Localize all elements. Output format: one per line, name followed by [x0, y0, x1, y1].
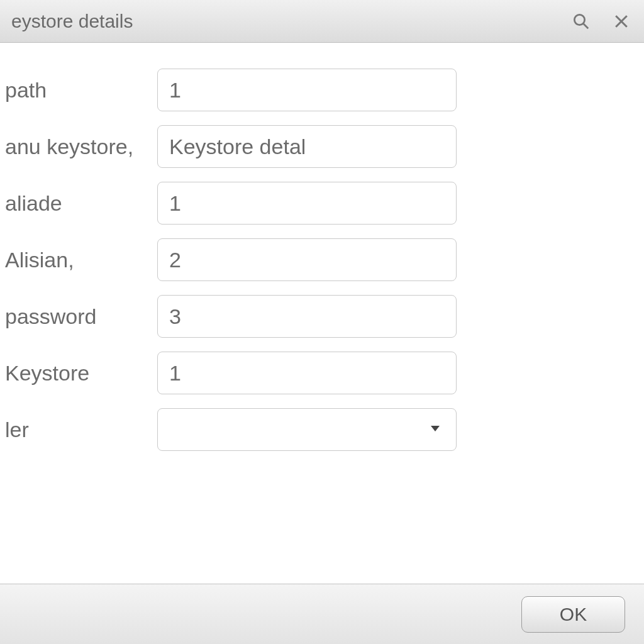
row-aliade: aliade — [0, 175, 644, 231]
input-anu-keystore[interactable] — [157, 125, 457, 168]
form-area: path anu keystore, aliade Alisian, passw… — [0, 43, 644, 458]
row-dropdown: ler — [0, 401, 644, 458]
select-ler[interactable] — [157, 408, 457, 451]
label-aliade: aliade — [0, 191, 157, 216]
input-aliade[interactable] — [157, 182, 457, 225]
row-alisian: Alisian, — [0, 231, 644, 288]
row-path: path — [0, 62, 644, 118]
label-keystore: Keystore — [0, 361, 157, 386]
titlebar-actions — [570, 10, 633, 33]
titlebar: eystore details — [0, 0, 644, 43]
label-password: password — [0, 304, 157, 329]
label-dropdown: ler — [0, 418, 157, 442]
input-alisian[interactable] — [157, 238, 457, 281]
label-alisian: Alisian, — [0, 248, 157, 272]
search-icon[interactable] — [570, 10, 592, 33]
ok-button[interactable]: OK — [521, 596, 625, 633]
input-password[interactable] — [157, 295, 457, 338]
input-keystore[interactable] — [157, 352, 457, 394]
svg-point-0 — [574, 14, 584, 25]
input-path[interactable] — [157, 69, 457, 111]
label-anu-keystore: anu keystore, — [0, 135, 157, 159]
close-icon[interactable] — [610, 10, 633, 33]
label-path: path — [0, 78, 157, 103]
row-keystore: Keystore — [0, 345, 644, 401]
row-anu-keystore: anu keystore, — [0, 118, 644, 175]
dialog-title: eystore details — [11, 11, 633, 32]
dialog-footer: OK — [0, 584, 644, 644]
svg-line-1 — [584, 23, 589, 28]
row-password: password — [0, 288, 644, 345]
